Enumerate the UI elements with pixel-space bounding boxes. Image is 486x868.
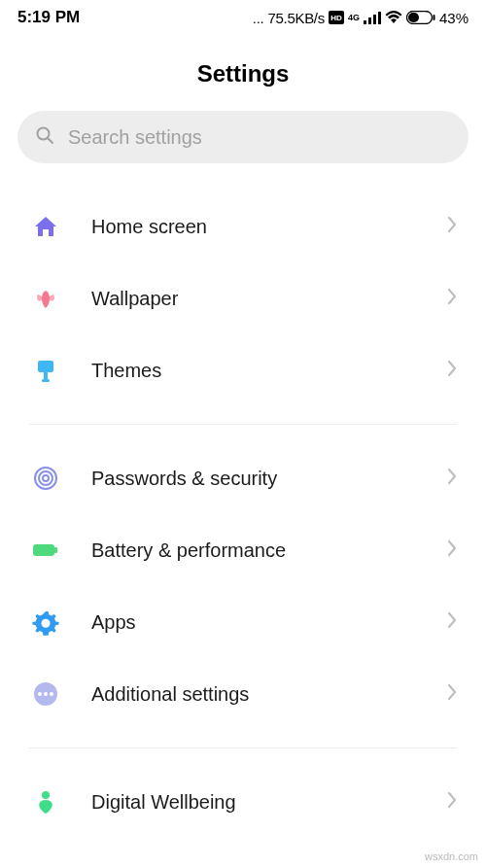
page-title: Settings [0,60,486,87]
settings-item-wallpaper[interactable]: Wallpaper [0,262,486,334]
signal-icon [364,11,381,24]
chevron-right-icon [447,539,457,561]
settings-item-themes[interactable]: Themes [0,334,486,406]
svg-rect-3 [368,17,371,24]
fingerprint-icon [29,462,62,495]
settings-item-battery[interactable]: Battery & performance [0,514,486,586]
battery-percent: 43% [439,10,469,26]
search-bar[interactable] [17,111,469,163]
settings-item-label: Passwords & security [91,468,447,490]
svg-rect-8 [433,15,434,20]
svg-line-10 [49,139,53,144]
search-input[interactable] [68,126,451,149]
chevron-right-icon [447,468,457,489]
svg-rect-12 [44,372,48,380]
svg-rect-13 [42,379,50,382]
heart-person-icon [29,785,62,818]
settings-item-wellbeing[interactable]: Digital Wellbeing [0,766,486,838]
wifi-icon [385,11,402,24]
settings-item-label: Apps [91,611,447,634]
settings-list: Home screenWallpaperThemesPasswords & se… [0,191,486,838]
svg-rect-7 [408,13,419,22]
svg-point-16 [43,475,49,481]
settings-item-label: Battery & performance [91,539,447,562]
svg-point-9 [38,128,50,140]
chevron-right-icon [447,216,457,237]
settings-item-label: Digital Wellbeing [91,791,447,814]
watermark: wsxdn.com [425,851,478,862]
svg-rect-2 [364,20,366,24]
svg-rect-17 [33,544,54,556]
status-bar: 5:19 PM ... 75.5KB/s HD 4G 43% [0,0,486,33]
signal-4g-icon: 4G [348,13,360,22]
dots-icon [29,677,62,711]
divider [29,747,457,748]
battery-icon [406,11,435,24]
flower-icon [29,282,62,315]
battery-icon [29,534,62,567]
svg-point-21 [38,692,42,696]
svg-point-19 [42,619,51,628]
svg-rect-5 [378,12,381,24]
network-speed: 75.5KB/s [267,10,324,26]
status-dots: ... [253,10,264,26]
gear-icon [29,606,62,639]
settings-item-apps[interactable]: Apps [0,586,486,658]
status-indicators: ... 75.5KB/s HD 4G 43% [253,10,469,26]
search-icon [35,125,54,149]
settings-item-label: Themes [91,360,447,382]
settings-item-label: Wallpaper [91,288,447,310]
svg-point-15 [39,471,52,485]
chevron-right-icon [447,360,457,381]
divider [29,424,457,425]
settings-item-label: Additional settings [91,683,447,706]
chevron-right-icon [447,791,457,813]
settings-item-additional[interactable]: Additional settings [0,658,486,730]
brush-icon [29,354,62,387]
svg-rect-18 [54,547,57,553]
settings-item-passwords[interactable]: Passwords & security [0,442,486,514]
home-icon [29,210,62,243]
svg-point-24 [42,791,50,799]
svg-rect-11 [38,361,53,372]
svg-rect-4 [373,15,376,24]
chevron-right-icon [447,683,457,705]
volte-icon: HD [329,11,344,24]
svg-text:HD: HD [330,14,342,22]
settings-item-home[interactable]: Home screen [0,191,486,262]
svg-point-23 [50,692,53,696]
chevron-right-icon [447,288,457,309]
settings-item-label: Home screen [91,216,447,238]
status-time: 5:19 PM [17,8,80,27]
svg-point-22 [44,692,48,696]
chevron-right-icon [447,611,457,633]
